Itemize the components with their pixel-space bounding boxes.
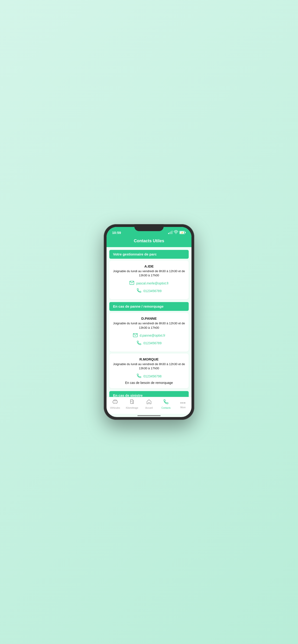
svg-point-19 <box>184 402 185 404</box>
battery-icon: ⚡ <box>179 231 186 234</box>
contacts-icon <box>163 399 169 406</box>
contact-hours-rmorque: Joignable du lundi au vendredi de 8h30 à… <box>112 362 186 370</box>
contact-card-rmorque: R.MORQUE Joignable du lundi au vendredi … <box>109 354 189 388</box>
svg-text:⚡: ⚡ <box>181 231 184 234</box>
nav-item-vehicules[interactable]: Véhicules <box>107 399 123 409</box>
page-title: Contacts Utiles <box>134 238 164 243</box>
status-time: 10:59 <box>112 231 121 234</box>
contact-email-dpanne[interactable]: d.panne@optixt.fr <box>140 334 165 337</box>
section-header-sinistre: En cas de sinistre <box>109 391 189 397</box>
phone-icon-dpanne <box>136 340 142 346</box>
contact-name-aide: A.IDE <box>112 264 186 268</box>
email-icon-dpanne <box>133 333 138 338</box>
section-label-gestionnaire: Votre gestionnaire de parc <box>113 252 157 256</box>
section-label-sinistre: En cas de sinistre <box>113 394 143 397</box>
contact-hours-aide: Joignable du lundi au vendredi de 8h30 à… <box>112 269 186 278</box>
wifi-icon <box>174 230 178 235</box>
email-row-aide[interactable]: pascal.merle@optixt.fr <box>112 280 186 286</box>
signal-icon <box>168 230 172 235</box>
nav-item-accueil[interactable]: Accueil <box>140 399 157 409</box>
nav-label-contacts: Contacts <box>161 406 170 409</box>
contact-phone-rmorque[interactable]: 0123456798 <box>143 374 162 378</box>
svg-rect-12 <box>113 401 117 403</box>
svg-point-18 <box>182 402 184 404</box>
content-area: Votre gestionnaire de parc A.IDE Joignab… <box>107 247 191 397</box>
section-header-panne: En cas de panne / remorquage <box>109 302 189 311</box>
contact-phone-dpanne[interactable]: 0123456789 <box>143 341 162 345</box>
contact-phone-aide[interactable]: 0123456789 <box>143 289 162 293</box>
status-icons: ⚡ <box>168 230 186 235</box>
home-bar <box>137 415 161 416</box>
svg-rect-3 <box>172 231 172 234</box>
svg-rect-16 <box>131 400 131 402</box>
svg-rect-2 <box>171 231 171 234</box>
phone-row-rmorque[interactable]: 0123456798 <box>112 373 186 379</box>
phone-screen: 10:59 <box>107 227 191 417</box>
svg-rect-0 <box>168 233 169 234</box>
vehicules-icon <box>112 399 118 406</box>
phone-row-aide[interactable]: 0123456789 <box>112 288 186 294</box>
home-indicator <box>107 414 191 417</box>
contact-name-rmorque: R.MORQUE <box>112 357 186 361</box>
notch <box>134 224 164 231</box>
contact-email-aide[interactable]: pascal.merle@optixt.fr <box>136 282 168 285</box>
page-header: Contacts Utiles <box>107 236 191 247</box>
nav-label-more: More <box>180 406 186 409</box>
phone-frame: 10:59 <box>104 224 194 420</box>
phone-row-dpanne[interactable]: 0123456789 <box>112 340 186 346</box>
contact-card-dpanne: D.PANNE Joignable du lundi au vendredi d… <box>109 313 189 352</box>
nav-item-kilometrage[interactable]: Kilométrage <box>123 399 140 409</box>
contact-name-dpanne: D.PANNE <box>112 316 186 320</box>
svg-point-13 <box>114 403 114 404</box>
section-label-panne: En cas de panne / remorquage <box>113 304 164 308</box>
svg-rect-15 <box>130 400 133 404</box>
svg-point-14 <box>116 403 117 404</box>
nav-item-more[interactable]: More <box>175 400 191 409</box>
bottom-navigation: Véhicules Kilométrage <box>107 397 191 414</box>
phone-icon-aide <box>136 288 142 294</box>
svg-point-4 <box>176 234 176 234</box>
nav-item-contacts[interactable]: Contacts <box>158 399 175 409</box>
nav-label-vehicules: Véhicules <box>110 406 120 409</box>
kilometrage-icon <box>129 399 135 406</box>
svg-rect-7 <box>185 232 186 233</box>
phone-icon-rmorque <box>136 373 142 379</box>
accueil-icon <box>146 399 152 406</box>
section-header-gestionnaire: Votre gestionnaire de parc <box>109 250 189 259</box>
svg-point-17 <box>181 402 182 404</box>
nav-label-accueil: Accueil <box>145 406 153 409</box>
contact-hours-dpanne: Joignable du lundi au vendredi de 8h30 à… <box>112 321 186 330</box>
contact-note-rmorque: En cas de besoin de remorquage <box>112 381 186 384</box>
more-icon <box>180 400 186 406</box>
svg-rect-1 <box>169 232 170 234</box>
email-row-dpanne[interactable]: d.panne@optixt.fr <box>112 333 186 338</box>
email-icon-aide <box>129 280 134 286</box>
contact-card-aide: A.IDE Joignable du lundi au vendredi de … <box>109 260 189 299</box>
nav-label-kilometrage: Kilométrage <box>126 406 138 409</box>
